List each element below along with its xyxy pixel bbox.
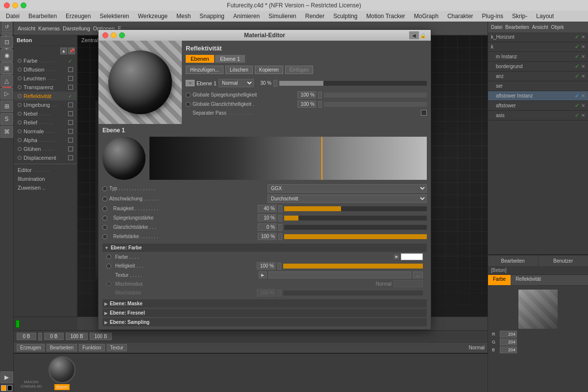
radio-mischmodus[interactable]	[106, 281, 111, 286]
bottom-erzeugen[interactable]: Erzeugen	[17, 344, 45, 351]
g-input[interactable]	[500, 339, 517, 345]
mat-editor-arrow[interactable]: ◀	[409, 31, 419, 39]
prop-abschwachung-select[interactable]: Durchschnitt	[268, 195, 427, 203]
texture-tool[interactable]: ⊞	[0, 100, 13, 112]
radio-glanz[interactable]	[102, 225, 107, 230]
prop-umgebung[interactable]: Umgebung . . .	[14, 100, 77, 109]
layer-mode-select[interactable]: Normal	[219, 79, 254, 87]
prop-checkbox-gluhen[interactable]	[68, 147, 73, 151]
obj-k-horizont[interactable]: k_Horizont ✓ ✕	[488, 32, 588, 42]
prop-checkbox-relief[interactable]	[68, 120, 73, 125]
maximize-button[interactable]	[21, 2, 26, 8]
rb-tab-bearbeiten[interactable]: Bearbeiten	[488, 255, 539, 266]
farbe-textur-input[interactable]	[269, 271, 411, 278]
global-highlight-spinner[interactable]	[318, 101, 322, 108]
bottom-bearbeiten[interactable]: Bearbeiten	[47, 344, 77, 351]
btn-kopieren[interactable]: Kopieren	[255, 66, 283, 74]
global-reflection-slider[interactable]	[324, 93, 427, 98]
minimize-button[interactable]	[12, 2, 18, 8]
layer-opacity-slider[interactable]	[279, 81, 427, 86]
prop-checkbox-displacement[interactable]	[68, 155, 73, 160]
model-tool[interactable]: ▷	[0, 88, 13, 99]
mat-editor-lock[interactable]: 🔒	[419, 31, 427, 39]
farbe-textur-extra[interactable]: ...	[413, 271, 423, 278]
farbe-mischstarke-spinner[interactable]	[277, 290, 281, 296]
menu-snapping[interactable]: Snapping	[196, 12, 228, 21]
separate-pass-checkbox[interactable]	[421, 110, 427, 116]
radio-typ[interactable]	[102, 186, 107, 191]
obj-header-ansicht[interactable]: Ansicht	[532, 24, 548, 30]
mat-props-pin[interactable]: 📌	[68, 48, 75, 54]
btn-hinzufugen[interactable]: Hinzufügen...	[186, 66, 223, 74]
obj-aftstower[interactable]: aftstower ✓ ✕	[488, 101, 588, 111]
prop-glanz-spinner[interactable]	[278, 224, 282, 231]
radio-highlight[interactable]	[186, 102, 191, 107]
mat-editor-close[interactable]	[102, 32, 108, 38]
btn-loschen[interactable]: Löschen	[225, 66, 253, 74]
viewport-menu-ansicht[interactable]: Ansicht	[18, 25, 35, 31]
play-button[interactable]: ▶	[0, 371, 13, 383]
obj-anz[interactable]: anz ✓ ✕	[488, 72, 588, 81]
prop-spiegelung-spinner[interactable]	[278, 215, 282, 221]
radio-relief[interactable]	[102, 234, 107, 239]
prop-reflektivitat[interactable]: Reflektivität ✓	[14, 92, 77, 100]
ebene-sampling-section[interactable]: ▶ Ebene: Sampling	[102, 318, 427, 326]
paint-tool[interactable]: S	[0, 113, 13, 125]
radio-abschwachung[interactable]	[102, 196, 107, 201]
obj-header-datei[interactable]: Datei	[491, 24, 502, 30]
global-highlight-slider[interactable]	[324, 102, 427, 107]
menu-erzeugen[interactable]: Erzeugen	[62, 12, 95, 21]
mat-editor-max[interactable]	[119, 32, 125, 38]
viewport-menu-kameras[interactable]: Kameras	[38, 25, 60, 31]
farbe-swatch[interactable]	[401, 253, 423, 260]
farbe-textur-arrow-btn[interactable]: ▶	[259, 271, 267, 278]
point-tool[interactable]: ◉	[0, 49, 13, 61]
prop-spiegelung-input[interactable]	[258, 214, 276, 221]
tl-input-1[interactable]	[17, 333, 36, 340]
menu-animieren[interactable]: Animieren	[229, 12, 264, 21]
prop-normale[interactable]: Normale . . . .	[14, 127, 77, 136]
tab-ebene1[interactable]: Ebene 1	[215, 55, 245, 63]
menu-charakter[interactable]: Charakter	[443, 12, 477, 21]
tl-input-3[interactable]	[66, 333, 88, 340]
bottom-funktion[interactable]: Funktion	[79, 344, 104, 351]
menu-layout[interactable]: Layout	[532, 12, 558, 21]
prop-displacement[interactable]: Displacement	[14, 153, 77, 162]
farbe-arrow[interactable]: ▶	[394, 254, 399, 259]
prop-rauigkeit-spinner[interactable]	[278, 205, 282, 212]
obj-asis[interactable]: asis ✓ ✕	[488, 111, 588, 121]
tl-spinner-1[interactable]	[38, 333, 42, 341]
tl-input-2[interactable]	[44, 333, 64, 340]
color-foreground[interactable]	[1, 385, 6, 391]
menu-mograph[interactable]: MoGraph	[410, 12, 442, 21]
prop-rauigkeit-slider[interactable]	[284, 206, 427, 211]
farbe-helligkeit-slider[interactable]	[283, 264, 423, 269]
obj-header-objek[interactable]: Objek	[551, 24, 564, 30]
prop-checkbox-transparenz[interactable]	[68, 85, 73, 90]
prop-checkbox-normale[interactable]	[68, 129, 73, 134]
prop-spiegelung-slider[interactable]	[284, 216, 427, 220]
prop-transparenz[interactable]: Transparenz	[14, 83, 77, 92]
menu-simulieren[interactable]: Simulieren	[265, 12, 300, 21]
obj-m-instanz[interactable]: m Instanz ✓ ✕	[488, 52, 588, 62]
radio-reflection[interactable]	[186, 93, 191, 98]
mat-props-scroll-up[interactable]: ▲	[60, 48, 67, 54]
select-tool[interactable]: ⊡	[0, 36, 13, 48]
obj-ser[interactable]: ser	[488, 81, 588, 91]
layer-opacity-spinner[interactable]	[273, 80, 277, 87]
poly-tool[interactable]: △	[0, 75, 13, 87]
prop-diffusion[interactable]: Diffusion . . . .	[14, 65, 77, 74]
btn-einfugen[interactable]: Einfügen	[285, 66, 313, 74]
r-input[interactable]	[500, 331, 517, 338]
obj-k[interactable]: k ✓ ✕	[488, 42, 588, 52]
menu-sculpting[interactable]: Sculpting	[329, 12, 361, 21]
obj-bordergrund[interactable]: bordergrund ✓ ✕	[488, 62, 588, 72]
prop-checkbox-alpha[interactable]	[68, 138, 73, 143]
rb-tab-benutzer[interactable]: Benutzer	[539, 255, 588, 266]
tl-input-4[interactable]	[90, 333, 112, 340]
prop-relief-spinner[interactable]	[278, 233, 282, 240]
ebene-maske-section[interactable]: ▶ Ebene: Maske	[102, 299, 427, 308]
bottom-textur[interactable]: Textur	[107, 344, 127, 351]
mat-editor-min[interactable]	[111, 32, 117, 38]
prop-farbe[interactable]: Farbe . . . . . . . ✓	[14, 56, 77, 65]
